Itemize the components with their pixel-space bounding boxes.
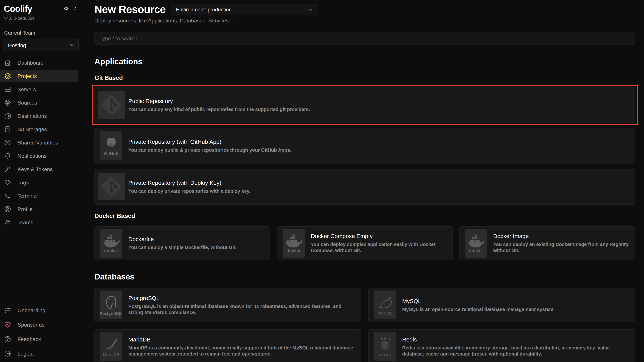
card-redis[interactable]: redis Redis Redis is a source-available,… [368, 329, 635, 362]
chevron-up-down-icon[interactable] [73, 6, 78, 11]
card-title: Public Repository [128, 98, 310, 104]
card-dockerfile[interactable]: docker Dockerfile You can deploy a simpl… [94, 226, 270, 260]
git-based-heading: Git Based [94, 74, 635, 82]
card-postgresql[interactable]: PostgreSQL PostgreSQL PostgreSQL is an o… [94, 288, 362, 322]
sidebar-item-logout[interactable]: Logout [0, 348, 78, 360]
sidebar-item-projects[interactable]: Projects [0, 70, 78, 82]
card-description: PostgreSQL is an object-relational datab… [128, 303, 356, 315]
sidebar-item-label: Dashboard [18, 60, 44, 66]
help-icon [4, 335, 12, 343]
sidebar-item-label: Notifications [18, 153, 47, 159]
docker-icon: docker [100, 229, 122, 258]
sidebar-item-feedback[interactable]: Feedback [0, 333, 78, 345]
home-icon [4, 59, 12, 67]
current-team-label: Current Team [0, 20, 82, 36]
sidebar-item-tags[interactable]: Tags [0, 177, 78, 188]
git-branch-icon [4, 99, 12, 106]
applications-heading: Applications [94, 57, 635, 67]
sidebar-item-label: Feedback [18, 336, 41, 342]
sidebar-item-profile[interactable]: Profile [0, 203, 78, 215]
coolify-app: Coolify v4.0.0-beta.399 Current Team Hos… [0, 0, 644, 362]
sidebar-item-label: Profile [18, 206, 32, 212]
map-icon [4, 112, 12, 120]
sidebar-item-label: Onboarding [18, 307, 45, 313]
mariadb-icon: MariaDB [100, 332, 122, 361]
sidebar-item-notifications[interactable]: Notifications [0, 150, 78, 162]
docker-icon: docker [465, 229, 487, 258]
card-description: You can deploy public & private reposito… [128, 147, 291, 153]
sidebar-item-terminal[interactable]: Terminal [0, 190, 78, 202]
heart-icon [4, 321, 12, 329]
sidebar-item-label: Destinations [18, 113, 47, 119]
search-input[interactable] [94, 32, 635, 45]
sidebar-nav: Dashboard Projects Servers Sources [0, 57, 82, 228]
chevron-down-icon [69, 42, 75, 48]
git-icon [98, 173, 125, 200]
page-subtitle: Deploy resources, like Applications, Dat… [94, 17, 635, 23]
sidebar-item-label: Servers [18, 86, 36, 92]
sidebar-item-keys-tokens[interactable]: Keys & Tokens [0, 163, 78, 175]
sidebar-item-label: Shared Variables [18, 140, 58, 146]
card-description: Redis is a source-available, in-memory s… [402, 345, 630, 357]
card-description: MariaDB is a community-developed, commer… [128, 345, 356, 357]
sidebar-item-label: Tags [18, 180, 29, 185]
sidebar-item-label: Sponsor us [18, 322, 44, 328]
mysql-icon: MySQL [374, 291, 396, 319]
card-description: MySQL is an open-source relational datab… [402, 306, 555, 312]
sidebar-item-shared-variables[interactable]: (x) Shared Variables [0, 137, 78, 149]
team-select[interactable]: Hosting [3, 39, 79, 51]
card-private-repository-deploy-key[interactable]: Private Repository (with Deploy Key) You… [94, 169, 635, 204]
sun-icon[interactable] [63, 5, 69, 12]
key-icon [4, 166, 12, 173]
card-title: Docker Compose Empty [311, 233, 448, 239]
postgresql-wordmark: PostgreSQL [100, 311, 122, 315]
card-mysql[interactable]: MySQL MySQL MySQL is an open-source rela… [368, 288, 635, 322]
card-title: Private Repository (with Deploy Key) [128, 179, 250, 186]
mariadb-wordmark: MariaDB [103, 352, 120, 357]
sidebar-item-onboarding[interactable]: Onboarding [0, 304, 78, 316]
postgresql-icon: PostgreSQL [100, 291, 122, 319]
sidebar-item-label: Keys & Tokens [18, 166, 53, 172]
card-private-repository-github-app[interactable]: GitHub Private Repository (with GitHub A… [94, 128, 635, 164]
card-docker-image[interactable]: docker Docker Image You can deploy an ex… [459, 226, 635, 260]
sidebar-item-sponsor[interactable]: Sponsor us [0, 319, 78, 331]
card-mariadb[interactable]: MariaDB MariaDB MariaDB is a community-d… [94, 329, 362, 362]
sidebar-item-sources[interactable]: Sources [0, 97, 78, 109]
main-content: New Resource Environment: production Dep… [82, 0, 644, 362]
sidebar-item-label: Teams [18, 219, 33, 225]
sidebar-item-label: S3 Storages [18, 126, 47, 132]
card-title: PostgreSQL [128, 295, 356, 301]
docker-wordmark: docker [286, 248, 301, 253]
redis-wordmark: redis [379, 352, 391, 357]
team-select-value: Hosting [8, 42, 26, 48]
card-title: Docker Image [493, 233, 630, 239]
server-icon [4, 86, 12, 93]
sidebar-item-s3-storages[interactable]: S3 Storages [0, 123, 78, 135]
card-title: MySQL [402, 298, 555, 304]
page-title: New Resource [94, 3, 166, 16]
git-icon [98, 91, 125, 119]
users-icon [4, 219, 12, 226]
sidebar-item-destinations[interactable]: Destinations [0, 110, 78, 122]
docker-wordmark: docker [469, 248, 483, 253]
database-icon [4, 126, 12, 133]
card-title: Redis [402, 336, 630, 343]
sidebar: Coolify v4.0.0-beta.399 Current Team Hos… [0, 0, 82, 362]
redis-icon: redis [374, 332, 396, 361]
sidebar-item-dashboard[interactable]: Dashboard [0, 57, 78, 69]
environment-select[interactable]: Environment: production [171, 4, 318, 15]
sidebar-item-label: Sources [18, 100, 37, 106]
chevron-down-icon [307, 7, 313, 12]
user-icon [4, 205, 12, 213]
app-logo[interactable]: Coolify [4, 4, 32, 14]
card-docker-compose-empty[interactable]: docker Docker Compose Empty You can depl… [277, 226, 453, 260]
docker-icon: docker [282, 229, 305, 258]
github-icon: GitHub [100, 131, 122, 160]
card-description: You can deploy complex application easil… [311, 241, 448, 254]
bell-icon [4, 152, 12, 160]
github-wordmark: GitHub [104, 151, 118, 156]
card-public-repository[interactable]: Public Repository You can deploy any kin… [94, 87, 635, 123]
sidebar-item-servers[interactable]: Servers [0, 83, 78, 95]
logout-icon [4, 350, 12, 358]
sidebar-item-teams[interactable]: Teams [0, 216, 78, 228]
